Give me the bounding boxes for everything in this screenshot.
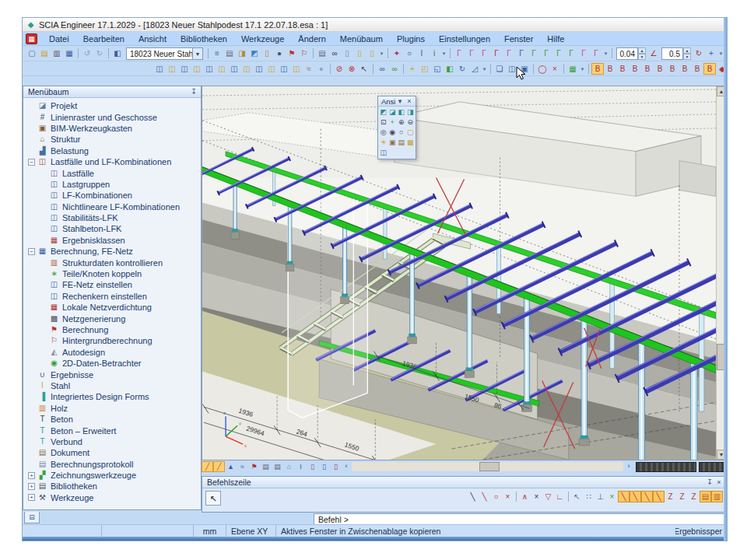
tree-item[interactable]: I Stahl <box>25 380 201 391</box>
draw-pen-2-icon[interactable]: ╱ <box>213 461 225 472</box>
tree-item[interactable]: − ▦ Berechnung, FE-Netz <box>25 246 201 257</box>
beam-blue-icon[interactable]: Γ <box>515 47 528 59</box>
docked-panel-2[interactable] <box>699 462 725 472</box>
tree-item[interactable]: + ▤ Bibliotheken <box>25 481 201 492</box>
status-plane[interactable]: Ebene XY <box>226 525 276 537</box>
wireframe-icon[interactable]: ◫ <box>379 148 388 158</box>
load-panel-2-icon[interactable]: B <box>604 63 616 75</box>
disconnect-icon[interactable]: ⊘ <box>333 63 345 75</box>
profile-library-icon[interactable]: Ι <box>416 47 428 59</box>
wall-view-2-icon[interactable]: ▤ <box>272 461 283 472</box>
scroll-left-icon[interactable]: ‹ <box>342 461 351 472</box>
menu-item[interactable]: Bearbeiten <box>76 33 132 44</box>
clip-box-icon[interactable]: ▢ <box>406 128 416 138</box>
status-unit[interactable]: mm <box>194 525 226 537</box>
document-window-icon[interactable]: ▦ <box>26 33 37 44</box>
palette-close-icon[interactable]: × <box>405 97 414 105</box>
connect-nodes-11-icon[interactable]: ◫ <box>278 63 290 75</box>
binocular-blue-icon[interactable]: ∞ <box>376 63 388 75</box>
scale-stepper[interactable]: ▲▼ <box>683 47 691 60</box>
member-query-icon[interactable]: i <box>428 47 440 59</box>
tree-item[interactable]: ◫ Lastgruppen <box>25 179 201 190</box>
tree-expand-toggle[interactable]: − <box>28 159 35 166</box>
snap-midpoint-icon[interactable]: ▽ <box>542 491 554 502</box>
mesh-ball-icon[interactable]: ● <box>273 47 286 59</box>
snap-line-icon[interactable]: ╲ <box>467 491 479 502</box>
delete-constraint-icon[interactable]: ⊗ <box>345 63 358 75</box>
cursor-snap-icon[interactable]: ↖ <box>571 491 583 502</box>
tree-item[interactable]: ⚑ Berechnung <box>25 324 201 335</box>
roof-view-icon[interactable]: ⌂ <box>283 461 295 472</box>
tree-expand-toggle[interactable]: + <box>28 483 35 490</box>
snap-segment-icon[interactable]: ╲ <box>479 491 490 502</box>
tree-item[interactable]: ∗ Teile/Knoten koppeln <box>25 268 201 279</box>
overflow-icon[interactable]: ▾ <box>481 63 488 75</box>
zoom-window-icon[interactable]: ⊡ <box>379 117 388 128</box>
menu-item[interactable]: Fenster <box>497 33 540 44</box>
command-line-tab[interactable]: ⊟ <box>24 512 40 523</box>
draw-pen-1-icon[interactable]: ╱ <box>202 461 213 472</box>
menu-item[interactable]: Einstellungen <box>432 33 497 44</box>
tree-expand-toggle[interactable]: + <box>28 494 35 501</box>
tree-item[interactable]: ◪ Projekt <box>25 100 201 111</box>
snap-arc-1-icon[interactable]: Z <box>665 491 676 502</box>
result-chart-icon[interactable]: ≈ <box>237 461 248 472</box>
view-z-icon[interactable]: ◧ <box>397 107 406 117</box>
connect-nodes-12-icon[interactable]: ◫ <box>290 63 303 75</box>
menu-item[interactable]: Plugins <box>390 33 432 44</box>
binoculars-icon[interactable]: ∞ <box>328 47 341 59</box>
tree-item[interactable]: ◉ 2D-Daten-Betrachter <box>25 358 201 369</box>
picture-gallery-icon[interactable]: ◨ <box>236 47 248 59</box>
menu-item[interactable]: Ansicht <box>132 33 174 44</box>
status-results[interactable]: Ergebnissper <box>675 525 727 537</box>
menu-item[interactable]: Werkzeuge <box>234 33 291 44</box>
render-mode-icon[interactable]: ▩ <box>406 138 416 148</box>
tree-item[interactable]: ◫ Stahlbeton-LFK <box>25 223 201 234</box>
new-document-icon[interactable]: ▢ <box>26 47 38 59</box>
beam-pink-3-icon[interactable]: Γ <box>478 47 490 59</box>
dot-grid-icon[interactable]: ∷ <box>583 491 594 502</box>
close-project-icon[interactable]: ▥ <box>51 47 63 59</box>
tree-item[interactable]: ◫ Nichtlineare LF-Kombinationen <box>25 201 201 212</box>
connect-nodes-4-icon[interactable]: ◫ <box>191 63 203 75</box>
beam-red-icon[interactable]: Γ <box>490 47 503 59</box>
snap-edge-4-icon[interactable]: ╲ <box>653 491 665 502</box>
beam-pink-2-icon[interactable]: Γ <box>465 47 478 59</box>
rotation-icon[interactable]: ↻ <box>693 47 705 59</box>
view-x-icon[interactable]: ◩ <box>379 107 388 117</box>
zoom-previous-icon[interactable]: ○ <box>397 128 406 138</box>
scroll-right-icon[interactable]: › <box>624 461 633 472</box>
tree-item[interactable]: # Linienraster und Geschosse <box>25 111 201 122</box>
document-image-icon[interactable]: ▯ <box>353 47 366 59</box>
beam-green-4-icon[interactable]: Γ <box>565 47 577 59</box>
tree-item[interactable]: ◫ Lastfälle <box>25 167 201 178</box>
viewport-3d[interactable]: 19362996426415501936155086 z x y ▲ <box>202 86 727 460</box>
tree-item[interactable]: ▦ Lokale Netzverdichtung <box>25 302 201 313</box>
tree-expand-toggle[interactable]: − <box>28 248 35 255</box>
menu-item[interactable]: Hilfe <box>540 33 571 44</box>
zoom-out-icon[interactable]: ⊖ <box>406 117 416 128</box>
connect-nodes-2-icon[interactable]: ◫ <box>166 63 178 75</box>
copy-member-icon[interactable]: ◰ <box>419 63 431 75</box>
tree-item[interactable]: ⌂ Struktur <box>25 134 201 145</box>
tree-item[interactable]: ◫ Stabilitäts-LFK <box>25 212 201 223</box>
new-window-icon[interactable]: ▣ <box>518 63 531 75</box>
document-purple-icon[interactable]: ▯ <box>307 461 318 472</box>
tree-item[interactable]: ◫ LF-Kombinationen <box>25 190 201 201</box>
tree-item[interactable]: ▐ Integriertes Design Forms <box>25 391 201 402</box>
pin-icon[interactable]: ↧ <box>705 478 714 486</box>
snap-intersection-icon[interactable]: × <box>531 491 542 502</box>
beam-pink-5-icon[interactable]: Γ <box>577 47 590 59</box>
menu-item[interactable]: Datei <box>42 33 76 44</box>
tree-item[interactable]: ⚐ Hintergrundberechnung <box>25 335 201 346</box>
menu-item[interactable]: Menübaum <box>333 33 390 44</box>
beam-green-2-icon[interactable]: Γ <box>540 47 552 59</box>
menu-item[interactable]: Bibliotheken <box>174 33 234 44</box>
tree-item[interactable]: + ▞ Zeichnungswerkzeuge <box>25 470 201 481</box>
tree-item[interactable]: − ◫ Lastfälle und LF-Kombinationen <box>25 156 201 167</box>
paste-member-icon[interactable]: ◱ <box>431 63 444 75</box>
snap-toggle-icon[interactable]: × <box>606 491 618 502</box>
snap-circle-icon[interactable]: ○ <box>490 491 502 502</box>
beam-green-3-icon[interactable]: Γ <box>552 47 565 59</box>
tree-item[interactable]: ◫ Rechenkern einstellen <box>25 291 201 302</box>
